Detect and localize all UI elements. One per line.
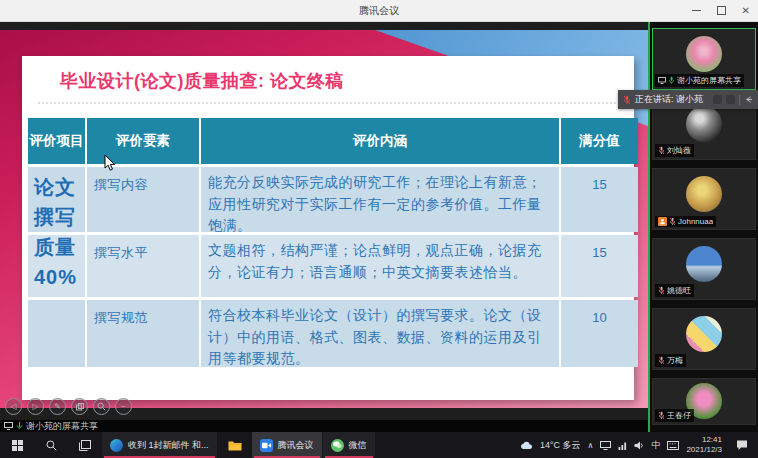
prev-slide-button[interactable]: ◁	[5, 398, 22, 415]
muted-mic-icon	[658, 286, 665, 295]
slide-card: 毕业设计(论文)质量抽查: 论文终稿 评价项目 评价要素 评价内涵 满分值 撰写…	[22, 56, 634, 400]
touch-keyboard-icon[interactable]	[667, 441, 679, 450]
tencent-meeting-icon	[260, 439, 273, 452]
slides-overview-button[interactable]	[71, 398, 88, 415]
participant-tile-screen-share[interactable]: 谢小苑的屏幕共享	[652, 28, 756, 90]
weather-label[interactable]: 14°C 多云	[540, 439, 581, 452]
file-explorer-button[interactable]	[218, 432, 252, 458]
speaking-toast-label: 正在讲话: 谢小苑	[635, 93, 709, 106]
weather-cloud-icon[interactable]	[520, 441, 533, 450]
participant-tile[interactable]: 王春仔	[652, 378, 756, 425]
minimize-button[interactable]	[692, 10, 701, 11]
maximize-icon	[717, 6, 726, 15]
muted-mic-icon	[658, 411, 665, 420]
col-header-element: 评价要素	[87, 118, 199, 164]
share-down-arrow-icon	[16, 422, 23, 430]
speaker-icon[interactable]	[634, 441, 644, 450]
edge-notification-label: 收到 1封新邮件 和...	[128, 439, 209, 452]
speaking-toast: 正在讲话: 谢小苑	[618, 90, 758, 109]
participant-name: 万梅	[667, 355, 683, 366]
participant-nametag: 姚德旺	[655, 284, 694, 297]
shared-screen: 毕业设计(论文)质量抽查: 论文终稿 评价项目 评价要素 评价内涵 满分值 撰写…	[0, 22, 650, 432]
input-method-indicator[interactable]: 中	[651, 439, 660, 452]
col-header-content: 评价内涵	[201, 118, 559, 164]
presentation-slide: 毕业设计(论文)质量抽查: 论文终稿 评价项目 评价要素 评价内涵 满分值 撰写…	[0, 30, 648, 408]
muted-mic-icon	[658, 146, 665, 155]
window-controls: ✕	[692, 0, 750, 21]
pen-tool-button[interactable]: ✎	[49, 398, 66, 415]
participant-nametag: 刘灿薇	[655, 144, 694, 157]
content-cell: 符合校本科毕业论文（设计）的撰写要求。论文（设计）中的用语、格式、图表、数据、资…	[201, 300, 559, 367]
action-center-icon	[736, 440, 748, 451]
window-titlebar: 腾讯会议 ✕	[0, 0, 758, 22]
muted-mic-icon	[623, 95, 631, 105]
taskbar-app-edge[interactable]: 收到 1封新邮件 和...	[102, 432, 217, 458]
score-cell: 15	[561, 235, 638, 297]
muted-mic-icon	[658, 356, 665, 365]
action-center-button[interactable]	[729, 440, 755, 451]
participant-tile[interactable]: 万梅	[652, 308, 756, 370]
avatar-sky	[686, 246, 722, 282]
tencent-meeting-label: 腾讯会议	[278, 439, 314, 452]
display-tray-icon[interactable]	[600, 441, 611, 450]
edge-icon	[110, 439, 123, 452]
hidden-icons-chevron[interactable]: ∧	[588, 441, 594, 450]
folder-icon	[228, 440, 242, 451]
element-cell: 撰写水平	[87, 235, 199, 297]
clock-time: 12:41	[686, 435, 722, 445]
collapse-arrow-button[interactable]	[744, 95, 753, 104]
content-cell: 文题相符，结构严谨；论点鲜明，观点正确，论据充分，论证有力；语言通顺；中英文摘要…	[201, 235, 559, 297]
more-controls-button[interactable]: −	[115, 398, 132, 415]
participant-tile[interactable]: 姚德旺	[652, 238, 756, 300]
windows-taskbar: 收到 1封新邮件 和... 腾讯会议 微信 14°C 多云 ∧	[0, 432, 758, 458]
task-view-button[interactable]	[68, 432, 102, 458]
zoom-tool-button[interactable]	[93, 398, 110, 415]
share-monitor-icon	[658, 77, 666, 84]
clock-date: 2021/12/3	[686, 445, 722, 455]
screen-share-status-bar: 谢小苑的屏幕共享	[0, 420, 648, 432]
start-button[interactable]	[0, 432, 34, 458]
participant-nametag: 万梅	[655, 354, 686, 367]
avatar-mosaic	[686, 316, 722, 352]
clock[interactable]: 12:41 2021/12/3	[686, 435, 722, 455]
participants-sidebar: 谢小苑的屏幕共享 刘灿薇 Johnnuaa	[650, 22, 758, 432]
pages-icon	[76, 403, 84, 411]
element-cell: 撰写内容	[87, 167, 199, 232]
participant-nametag: 王春仔	[655, 409, 694, 422]
avatar-lotus	[686, 36, 722, 72]
magnifier-icon	[97, 402, 106, 411]
taskbar-app-tencent-meeting[interactable]: 腾讯会议	[252, 432, 322, 458]
title-divider	[38, 102, 620, 104]
toast-extra-icon	[726, 95, 735, 104]
wechat-label: 微信	[349, 439, 367, 452]
system-tray: 14°C 多云 ∧ 中 12:41 2021/12/3	[520, 432, 758, 458]
close-button[interactable]: ✕	[742, 6, 750, 16]
search-icon	[46, 440, 57, 451]
avatar-rabbit	[686, 106, 722, 142]
avatar-gold	[686, 176, 722, 212]
participant-name: 王春仔	[667, 410, 691, 421]
participant-name: Johnnuaa	[678, 217, 713, 226]
wechat-icon	[331, 439, 344, 452]
participant-name: 刘灿薇	[667, 145, 691, 156]
window-title: 腾讯会议	[359, 4, 399, 18]
mic-icon	[668, 76, 675, 85]
maximize-button[interactable]	[717, 6, 726, 15]
search-button[interactable]	[34, 432, 68, 458]
slide-title: 毕业设计(论文)质量抽查: 论文终稿	[60, 69, 344, 93]
minimize-icon	[692, 10, 701, 11]
participant-nametag: Johnnuaa	[655, 216, 716, 227]
meeting-main-area: 毕业设计(论文)质量抽查: 论文终稿 评价项目 评价要素 评价内涵 满分值 撰写…	[0, 22, 758, 432]
participant-name: 谢小苑的屏幕共享	[677, 75, 741, 86]
windows-logo-icon	[12, 440, 23, 451]
participant-nametag: 谢小苑的屏幕共享	[655, 74, 744, 87]
toast-extra-icon	[713, 95, 722, 104]
evaluation-table: 评价项目 评价要素 评价内涵 满分值 撰写内容 能充分反映实际完成的研究工作；在…	[28, 118, 632, 367]
category-label: 论文 撰写 质量 40%	[34, 172, 88, 292]
score-cell: 10	[561, 300, 638, 367]
network-icon[interactable]	[618, 441, 627, 450]
participant-name: 姚德旺	[667, 285, 691, 296]
next-slide-button[interactable]: ▷	[27, 398, 44, 415]
taskbar-app-wechat[interactable]: 微信	[323, 432, 375, 458]
participant-tile[interactable]: Johnnuaa	[652, 168, 756, 230]
